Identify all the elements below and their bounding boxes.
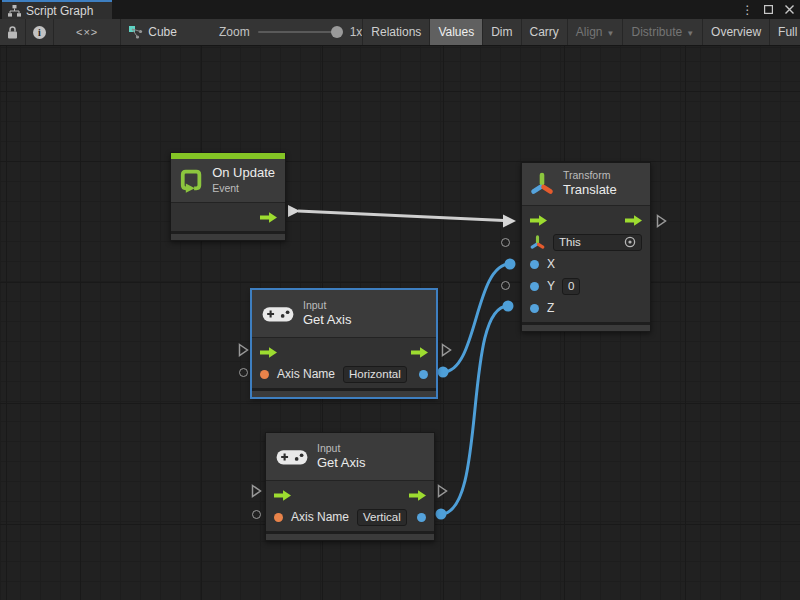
graph-owner-ref[interactable]: Cube [121, 19, 185, 45]
dim-label: Dim [491, 25, 512, 39]
gamepad-icon [276, 447, 308, 467]
circle-port-icon [501, 238, 510, 247]
title-bar: Script Graph ⋮ [0, 0, 800, 19]
flow-out-port[interactable] [409, 490, 426, 501]
node-titles: Input Get Axis [303, 299, 351, 328]
distribute-button[interactable]: Distribute▼ [623, 19, 703, 45]
lock-button[interactable] [0, 19, 26, 45]
maximize-icon[interactable] [760, 1, 777, 18]
relations-button[interactable]: Relations [363, 19, 430, 45]
zoom-label: Zoom [219, 25, 250, 39]
node-footer [171, 231, 285, 240]
zoom-slider[interactable] [258, 31, 342, 33]
flow-in-port[interactable] [274, 490, 291, 501]
graph-canvas[interactable]: On Update Event Tran [0, 46, 800, 600]
port-flow-out-unconnected[interactable] [436, 484, 448, 498]
graph-asset-icon [129, 26, 143, 39]
port-row-flow [522, 209, 650, 231]
value-in-port-x[interactable] [530, 260, 539, 269]
node-title: Translate [563, 182, 617, 198]
target-picker-icon[interactable] [624, 236, 636, 248]
y-value: 0 [568, 280, 574, 292]
node-body [171, 202, 285, 231]
node-subtitle: Input [317, 442, 365, 455]
fullscreen-label: Full Screen [778, 25, 800, 39]
node-subtitle: Transform [563, 169, 617, 182]
axis-name-field[interactable]: Vertical [357, 509, 407, 526]
close-icon[interactable] [781, 1, 798, 18]
node-header[interactable]: Input Get Axis [266, 433, 434, 480]
inspect-button[interactable]: i [26, 19, 54, 45]
values-label: Values [438, 25, 474, 39]
flow-in-port[interactable] [530, 215, 547, 226]
port-target-in-unconnected[interactable] [499, 235, 511, 249]
zoom-control: Zoom 1x [185, 19, 362, 45]
wire-control-onupdate-translate[interactable] [288, 205, 516, 228]
node-titles: On Update Event [212, 165, 275, 194]
port-flow-in-unconnected[interactable] [250, 484, 262, 498]
string-in-port[interactable] [260, 370, 269, 379]
overview-button[interactable]: Overview [703, 19, 770, 45]
node-title: Get Axis [303, 312, 351, 328]
node-footer [252, 388, 436, 397]
distribute-label: Distribute [631, 25, 682, 39]
dim-button[interactable]: Dim [483, 19, 521, 45]
value-out-port[interactable] [419, 370, 428, 379]
flow-out-port[interactable] [260, 212, 277, 223]
toolbar-right-group: Relations Values Dim Carry Align▼ Distri… [362, 19, 800, 45]
flow-in-port[interactable] [260, 347, 277, 358]
circle-port-icon [501, 281, 510, 290]
y-value-field[interactable]: 0 [562, 278, 580, 295]
flow-out-port[interactable] [625, 215, 642, 226]
carry-button[interactable]: Carry [522, 19, 568, 45]
graph-toolbar: i <×> Cube Zoom 1x Relations Valu [0, 19, 800, 46]
circle-port-icon [239, 368, 248, 377]
node-get-axis-vertical[interactable]: Input Get Axis Axis Name Vertical [265, 432, 435, 541]
port-value-in-unconnected[interactable] [250, 507, 262, 521]
port-row-x: X [522, 253, 650, 275]
kebab-menu-icon[interactable]: ⋮ [739, 1, 756, 18]
node-header[interactable]: Transform Translate [522, 163, 650, 205]
port-flow-out-unconnected[interactable] [440, 343, 452, 357]
node-header[interactable]: On Update Event [171, 159, 285, 202]
align-label: Align [576, 25, 603, 39]
values-button[interactable]: Values [430, 19, 483, 45]
string-in-port[interactable] [274, 513, 283, 522]
port-row-axis-name: Axis Name Horizontal [252, 363, 436, 385]
value-in-port-y[interactable] [530, 282, 539, 291]
port-row-y: Y 0 [522, 275, 650, 297]
port-row-flow [252, 341, 436, 363]
value-in-port-z[interactable] [530, 304, 539, 313]
port-flow-in-unconnected[interactable] [237, 343, 249, 357]
node-subtitle: Event [212, 182, 275, 195]
transform-icon [530, 172, 554, 196]
align-button[interactable]: Align▼ [568, 19, 624, 45]
gamepad-icon [262, 304, 294, 324]
code-angle-icon: <×> [76, 26, 98, 38]
port-y-in-unconnected[interactable] [499, 278, 511, 292]
tab-script-graph[interactable]: Script Graph [2, 0, 112, 19]
script-graph-window: Script Graph ⋮ i <×> [0, 0, 800, 600]
port-flow-out-unconnected[interactable] [655, 214, 667, 228]
port-label-x: X [547, 257, 555, 271]
node-get-axis-horizontal[interactable]: Input Get Axis Axis Name Horizontal [251, 289, 437, 398]
overview-label: Overview [711, 25, 761, 39]
script-graph-icon [8, 5, 21, 17]
info-icon: i [33, 26, 46, 39]
zoom-slider-handle[interactable] [331, 26, 343, 38]
axis-name-field[interactable]: Horizontal [343, 366, 407, 383]
flow-out-port[interactable] [411, 347, 428, 358]
axis-name-value: Horizontal [349, 368, 401, 380]
graph-owner-label: Cube [148, 25, 177, 39]
wire-value-horizontal-x[interactable] [438, 259, 516, 378]
node-translate[interactable]: Transform Translate Thi [521, 162, 651, 332]
value-out-port[interactable] [417, 513, 426, 522]
port-value-in-unconnected[interactable] [237, 365, 249, 379]
node-header[interactable]: Input Get Axis [252, 290, 436, 337]
edit-graph-button[interactable]: <×> [54, 19, 121, 45]
fullscreen-button[interactable]: Full Screen [770, 19, 800, 45]
node-on-update[interactable]: On Update Event [170, 152, 286, 241]
axis-name-label: Axis Name [277, 367, 335, 381]
target-object-field[interactable]: This [553, 234, 642, 251]
transform-port-icon[interactable] [530, 235, 545, 250]
